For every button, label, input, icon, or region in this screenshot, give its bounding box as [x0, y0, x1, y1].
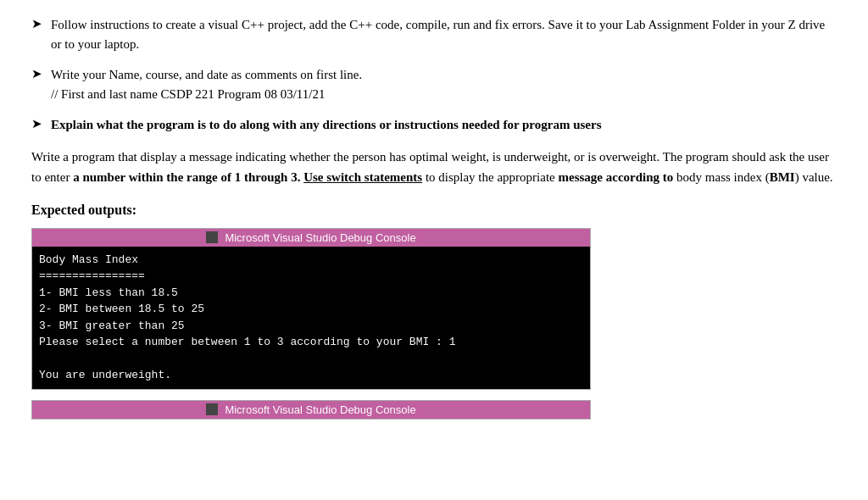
- bullet-text-2: Write your Name, course, and date as com…: [51, 65, 362, 103]
- console-line-1-3: 1- BMI less than 18.5: [39, 285, 583, 302]
- bullet-text-3-content: Explain what the program is to do along …: [51, 118, 601, 131]
- bullet-arrow-3: ➤: [31, 116, 42, 131]
- console-line-1-2: ================: [39, 268, 583, 285]
- console-window-2: Microsoft Visual Studio Debug Console: [31, 400, 591, 419]
- console-titlebar-1: Microsoft Visual Studio Debug Console: [32, 229, 590, 247]
- console-title-2: Microsoft Visual Studio Debug Console: [225, 403, 415, 416]
- underline-phrase-1: Use switch statements: [303, 170, 422, 184]
- console-line-1-4: 2- BMI between 18.5 to 25: [39, 301, 583, 318]
- bold-underline-1: Use switch statements: [303, 170, 422, 184]
- bullet-item-2: ➤ Write your Name, course, and date as c…: [31, 65, 837, 103]
- bullet-arrow-2: ➤: [31, 66, 42, 81]
- bullet-text-1-content: Follow instructions to create a visual C…: [51, 18, 825, 51]
- console-window-1: Microsoft Visual Studio Debug Console Bo…: [31, 228, 591, 390]
- bullet-arrow-1: ➤: [31, 16, 42, 31]
- bullet-text-1: Follow instructions to create a visual C…: [51, 15, 837, 53]
- page-content: ➤ Follow instructions to create a visual…: [31, 15, 837, 419]
- console-line-1-8: You are underweight.: [39, 367, 583, 384]
- bold-bmi: BMI: [770, 170, 795, 184]
- console-line-1-5: 3- BMI greater than 25: [39, 318, 583, 335]
- console-line-1-1: Body Mass Index: [39, 252, 583, 269]
- console-icon-2: [206, 403, 218, 415]
- bullet-text-2-line2: // First and last name CSDP 221 Program …: [51, 87, 325, 101]
- console-titlebar-2: Microsoft Visual Studio Debug Console: [32, 401, 590, 419]
- bullet-text-3: Explain what the program is to do along …: [51, 115, 601, 135]
- console-icon-1: [206, 231, 218, 243]
- console-body-1: Body Mass Index ================ 1- BMI …: [32, 247, 590, 389]
- expected-outputs-heading: Expected outputs:: [31, 203, 837, 218]
- bullet-item-1: ➤ Follow instructions to create a visual…: [31, 15, 837, 53]
- console-line-1-7: [39, 351, 583, 368]
- bullet-item-3: ➤ Explain what the program is to do alon…: [31, 115, 837, 135]
- bold-phrase-2: message according to: [559, 170, 674, 184]
- console-line-1-6: Please select a number between 1 to 3 ac…: [39, 334, 583, 351]
- bold-phrase-1: a number within the range of 1 through 3…: [73, 170, 300, 184]
- bullet-text-2-line1: Write your Name, course, and date as com…: [51, 68, 362, 81]
- description-paragraph: Write a program that display a message i…: [31, 147, 837, 187]
- console-title-1: Microsoft Visual Studio Debug Console: [225, 231, 415, 244]
